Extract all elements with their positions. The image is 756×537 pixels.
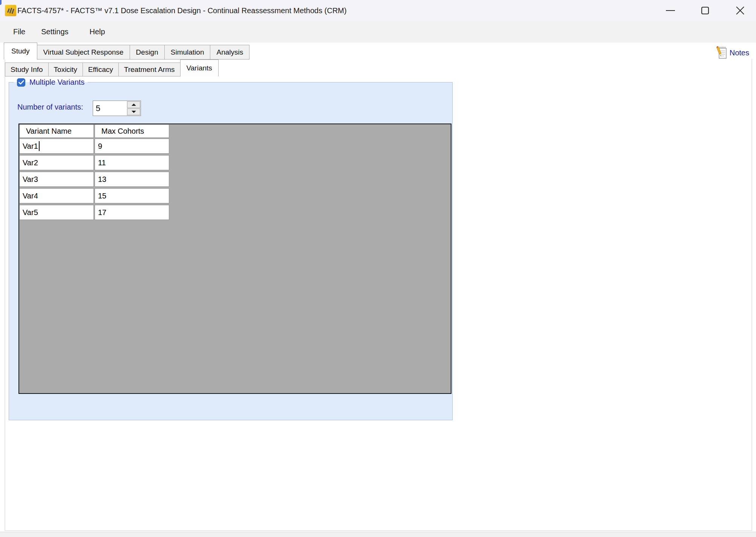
tab-efficacy[interactable]: Efficacy	[83, 63, 119, 76]
window-bottom-strip	[0, 532, 756, 537]
table-row: Var313	[19, 172, 451, 187]
max-cohorts-cell[interactable]: 17	[95, 205, 169, 220]
table-row: Var415	[19, 188, 451, 203]
max-cohorts-cell[interactable]: 13	[95, 172, 169, 187]
max-cohorts-cell[interactable]: 11	[95, 155, 169, 170]
notepad-pencil-icon	[715, 46, 727, 60]
menu-item-help[interactable]: Help	[88, 25, 107, 38]
table-row: Var19	[19, 139, 451, 154]
menu-bar: FileSettingsHelp Notes	[0, 21, 756, 43]
close-button[interactable]	[728, 0, 752, 21]
variant-name-value: Var5	[23, 208, 38, 217]
variant-name-cell[interactable]: Var5	[19, 205, 94, 220]
multiple-variants-checkbox[interactable]	[17, 78, 25, 87]
notes-button[interactable]: Notes	[715, 44, 749, 62]
minimize-icon	[666, 6, 675, 15]
secondary-tab-strip: Study InfoToxicityEfficacyTreatment Arms…	[5, 59, 219, 76]
maximize-icon	[700, 6, 710, 15]
tab-study[interactable]: Study	[4, 43, 37, 59]
multiple-variants-legend: Multiple Variants	[14, 78, 88, 87]
max-cohorts-value: 15	[98, 192, 106, 200]
tab-treatment-arms[interactable]: Treatment Arms	[118, 63, 180, 76]
spinner-up-icon	[132, 104, 136, 106]
spinner-down-button[interactable]	[127, 108, 140, 115]
variant-name-value: Var1	[23, 142, 38, 151]
tab-virtual-subject-response[interactable]: Virtual Subject Response	[37, 45, 130, 59]
variant-name-cell[interactable]: Var2	[19, 155, 94, 170]
spinner-up-button[interactable]	[127, 101, 140, 108]
column-header-max-cohorts: Max Cohorts	[95, 124, 169, 138]
facts-logo-icon	[5, 5, 16, 16]
number-of-variants-value: 5	[96, 101, 100, 116]
checkmark-icon	[18, 80, 24, 85]
variant-name-value: Var3	[23, 175, 38, 184]
menu-items: FileSettingsHelp	[12, 21, 107, 43]
column-header-variant-name: Variant Name	[19, 124, 94, 138]
max-cohorts-value: 11	[98, 159, 106, 167]
tab-variants[interactable]: Variants	[180, 59, 219, 76]
tab-simulation[interactable]: Simulation	[164, 45, 211, 59]
max-cohorts-value: 17	[98, 208, 106, 217]
tab-analysis[interactable]: Analysis	[210, 45, 249, 59]
multiple-variants-label: Multiple Variants	[29, 78, 84, 87]
window-title: FACTS-4757* - FACTS™ v7.1 Dose Escalatio…	[17, 0, 347, 21]
primary-tab-strip: StudyVirtual Subject ResponseDesignSimul…	[4, 43, 249, 59]
number-of-variants-label: Number of variants:	[17, 103, 83, 111]
variant-name-value: Var2	[23, 159, 38, 167]
variant-name-cell[interactable]: Var4	[19, 188, 94, 203]
maximize-button[interactable]	[693, 0, 717, 21]
spinner-buttons	[127, 101, 140, 115]
menu-item-settings[interactable]: Settings	[40, 25, 70, 38]
window-corner-artifact	[0, 0, 2, 5]
variant-name-value: Var4	[23, 192, 38, 200]
max-cohorts-value: 13	[98, 175, 106, 184]
max-cohorts-cell[interactable]: 15	[95, 188, 169, 203]
max-cohorts-cell[interactable]: 9	[95, 139, 169, 154]
text-cursor	[39, 141, 40, 151]
title-bar: FACTS-4757* - FACTS™ v7.1 Dose Escalatio…	[0, 0, 756, 21]
tab-toxicity[interactable]: Toxicity	[48, 63, 83, 76]
max-cohorts-value: 9	[98, 142, 102, 151]
variant-table: Variant NameMax CohortsVar19Var211Var313…	[18, 124, 451, 394]
number-of-variants-spinner[interactable]: 5	[93, 101, 141, 116]
close-icon	[735, 6, 745, 15]
table-row: Var517	[19, 205, 451, 220]
menu-item-file[interactable]: File	[12, 25, 27, 38]
minimize-button[interactable]	[658, 0, 683, 21]
variant-name-cell[interactable]: Var1	[19, 139, 94, 154]
tab-study-info[interactable]: Study Info	[5, 63, 49, 76]
table-row: Var211	[19, 155, 451, 170]
multiple-variants-panel: Multiple Variants Number of variants: 5 …	[9, 78, 453, 420]
variant-name-cell[interactable]: Var3	[19, 172, 94, 187]
notes-label: Notes	[730, 49, 749, 57]
variant-grid: Variant NameMax CohortsVar19Var211Var313…	[19, 124, 451, 220]
table-header-row: Variant NameMax Cohorts	[19, 124, 451, 138]
spinner-down-icon	[132, 111, 136, 113]
tab-design[interactable]: Design	[130, 45, 165, 59]
